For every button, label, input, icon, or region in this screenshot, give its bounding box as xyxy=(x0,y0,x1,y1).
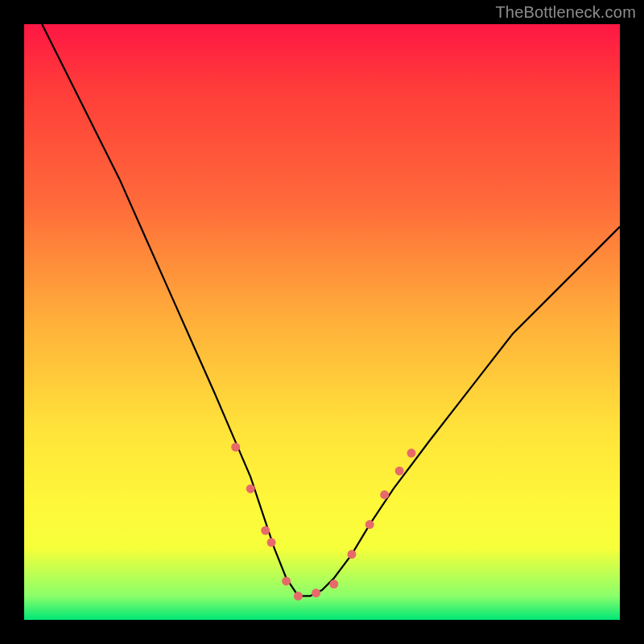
marker-pill xyxy=(339,566,346,578)
marker-dot xyxy=(312,588,320,597)
marker-dot xyxy=(407,448,416,457)
marker-dot xyxy=(329,580,338,588)
marker-dot xyxy=(380,490,389,499)
plot-area xyxy=(24,24,620,620)
chart-frame: TheBottleneck.com xyxy=(0,0,644,644)
marker-pill xyxy=(354,536,361,548)
marker-dot xyxy=(267,538,276,547)
marker-dot xyxy=(294,592,303,601)
bottleneck-curve xyxy=(42,24,620,596)
curve-layer xyxy=(24,24,620,620)
marker-dot xyxy=(282,576,291,585)
curve-markers xyxy=(231,443,415,601)
marker-dot xyxy=(348,550,357,559)
marker-pill xyxy=(390,477,398,489)
marker-dot xyxy=(365,520,374,529)
marker-dot xyxy=(246,485,255,493)
marker-dot xyxy=(395,467,404,476)
marker-dot xyxy=(261,526,270,535)
marker-dot xyxy=(231,443,240,452)
watermark-text: TheBottleneck.com xyxy=(495,3,636,22)
